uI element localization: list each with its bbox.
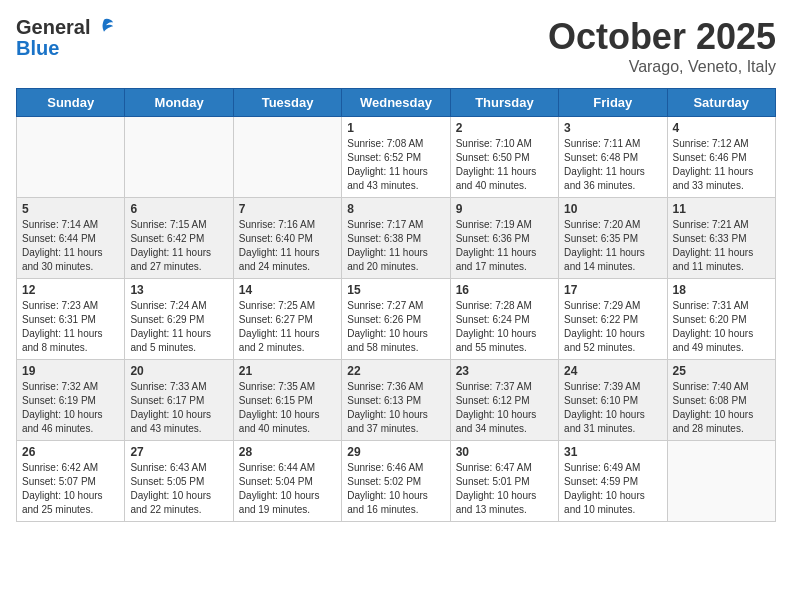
day-info: Sunrise: 7:23 AMSunset: 6:31 PMDaylight:… xyxy=(22,299,119,355)
day-info: Sunrise: 6:46 AMSunset: 5:02 PMDaylight:… xyxy=(347,461,444,517)
calendar-cell: 21Sunrise: 7:35 AMSunset: 6:15 PMDayligh… xyxy=(233,360,341,441)
day-header-wednesday: Wednesday xyxy=(342,89,450,117)
day-number: 6 xyxy=(130,202,227,216)
calendar-cell: 29Sunrise: 6:46 AMSunset: 5:02 PMDayligh… xyxy=(342,441,450,522)
day-info: Sunrise: 6:47 AMSunset: 5:01 PMDaylight:… xyxy=(456,461,553,517)
day-number: 23 xyxy=(456,364,553,378)
day-number: 27 xyxy=(130,445,227,459)
logo-general-text: General xyxy=(16,16,90,39)
calendar-cell: 15Sunrise: 7:27 AMSunset: 6:26 PMDayligh… xyxy=(342,279,450,360)
calendar-cell: 12Sunrise: 7:23 AMSunset: 6:31 PMDayligh… xyxy=(17,279,125,360)
day-number: 26 xyxy=(22,445,119,459)
day-info: Sunrise: 7:19 AMSunset: 6:36 PMDaylight:… xyxy=(456,218,553,274)
day-number: 9 xyxy=(456,202,553,216)
day-info: Sunrise: 7:29 AMSunset: 6:22 PMDaylight:… xyxy=(564,299,661,355)
calendar-cell: 28Sunrise: 6:44 AMSunset: 5:04 PMDayligh… xyxy=(233,441,341,522)
calendar-cell xyxy=(17,117,125,198)
calendar-cell: 14Sunrise: 7:25 AMSunset: 6:27 PMDayligh… xyxy=(233,279,341,360)
calendar-cell: 11Sunrise: 7:21 AMSunset: 6:33 PMDayligh… xyxy=(667,198,775,279)
calendar-cell: 16Sunrise: 7:28 AMSunset: 6:24 PMDayligh… xyxy=(450,279,558,360)
day-info: Sunrise: 7:10 AMSunset: 6:50 PMDaylight:… xyxy=(456,137,553,193)
location-subtitle: Varago, Veneto, Italy xyxy=(548,58,776,76)
calendar-cell xyxy=(125,117,233,198)
day-number: 24 xyxy=(564,364,661,378)
calendar-cell: 20Sunrise: 7:33 AMSunset: 6:17 PMDayligh… xyxy=(125,360,233,441)
day-info: Sunrise: 7:14 AMSunset: 6:44 PMDaylight:… xyxy=(22,218,119,274)
day-number: 15 xyxy=(347,283,444,297)
calendar-cell: 23Sunrise: 7:37 AMSunset: 6:12 PMDayligh… xyxy=(450,360,558,441)
calendar-cell: 31Sunrise: 6:49 AMSunset: 4:59 PMDayligh… xyxy=(559,441,667,522)
calendar-cell xyxy=(233,117,341,198)
calendar-cell: 22Sunrise: 7:36 AMSunset: 6:13 PMDayligh… xyxy=(342,360,450,441)
calendar-cell: 9Sunrise: 7:19 AMSunset: 6:36 PMDaylight… xyxy=(450,198,558,279)
calendar-cell: 25Sunrise: 7:40 AMSunset: 6:08 PMDayligh… xyxy=(667,360,775,441)
day-number: 14 xyxy=(239,283,336,297)
calendar-cell: 13Sunrise: 7:24 AMSunset: 6:29 PMDayligh… xyxy=(125,279,233,360)
calendar-cell: 24Sunrise: 7:39 AMSunset: 6:10 PMDayligh… xyxy=(559,360,667,441)
calendar-cell: 7Sunrise: 7:16 AMSunset: 6:40 PMDaylight… xyxy=(233,198,341,279)
day-info: Sunrise: 6:43 AMSunset: 5:05 PMDaylight:… xyxy=(130,461,227,517)
day-number: 29 xyxy=(347,445,444,459)
day-number: 28 xyxy=(239,445,336,459)
day-header-sunday: Sunday xyxy=(17,89,125,117)
day-info: Sunrise: 7:12 AMSunset: 6:46 PMDaylight:… xyxy=(673,137,770,193)
day-number: 31 xyxy=(564,445,661,459)
calendar-cell: 30Sunrise: 6:47 AMSunset: 5:01 PMDayligh… xyxy=(450,441,558,522)
day-info: Sunrise: 7:21 AMSunset: 6:33 PMDaylight:… xyxy=(673,218,770,274)
title-block: October 2025 Varago, Veneto, Italy xyxy=(548,16,776,76)
day-header-saturday: Saturday xyxy=(667,89,775,117)
day-number: 17 xyxy=(564,283,661,297)
calendar-table: SundayMondayTuesdayWednesdayThursdayFrid… xyxy=(16,88,776,522)
day-info: Sunrise: 7:35 AMSunset: 6:15 PMDaylight:… xyxy=(239,380,336,436)
day-info: Sunrise: 6:49 AMSunset: 4:59 PMDaylight:… xyxy=(564,461,661,517)
day-info: Sunrise: 7:17 AMSunset: 6:38 PMDaylight:… xyxy=(347,218,444,274)
day-number: 5 xyxy=(22,202,119,216)
day-info: Sunrise: 7:15 AMSunset: 6:42 PMDaylight:… xyxy=(130,218,227,274)
day-number: 22 xyxy=(347,364,444,378)
day-number: 30 xyxy=(456,445,553,459)
day-info: Sunrise: 7:16 AMSunset: 6:40 PMDaylight:… xyxy=(239,218,336,274)
day-number: 1 xyxy=(347,121,444,135)
calendar-cell xyxy=(667,441,775,522)
logo-blue-text: Blue xyxy=(16,37,59,60)
day-info: Sunrise: 7:33 AMSunset: 6:17 PMDaylight:… xyxy=(130,380,227,436)
day-number: 8 xyxy=(347,202,444,216)
calendar-cell: 2Sunrise: 7:10 AMSunset: 6:50 PMDaylight… xyxy=(450,117,558,198)
calendar-cell: 3Sunrise: 7:11 AMSunset: 6:48 PMDaylight… xyxy=(559,117,667,198)
day-number: 21 xyxy=(239,364,336,378)
calendar-cell: 6Sunrise: 7:15 AMSunset: 6:42 PMDaylight… xyxy=(125,198,233,279)
day-info: Sunrise: 7:40 AMSunset: 6:08 PMDaylight:… xyxy=(673,380,770,436)
month-title: October 2025 xyxy=(548,16,776,58)
calendar-cell: 27Sunrise: 6:43 AMSunset: 5:05 PMDayligh… xyxy=(125,441,233,522)
day-number: 18 xyxy=(673,283,770,297)
logo: General Blue xyxy=(16,16,115,60)
calendar-cell: 10Sunrise: 7:20 AMSunset: 6:35 PMDayligh… xyxy=(559,198,667,279)
day-header-friday: Friday xyxy=(559,89,667,117)
day-info: Sunrise: 7:36 AMSunset: 6:13 PMDaylight:… xyxy=(347,380,444,436)
calendar-cell: 17Sunrise: 7:29 AMSunset: 6:22 PMDayligh… xyxy=(559,279,667,360)
day-number: 19 xyxy=(22,364,119,378)
day-header-thursday: Thursday xyxy=(450,89,558,117)
day-number: 10 xyxy=(564,202,661,216)
calendar-cell: 4Sunrise: 7:12 AMSunset: 6:46 PMDaylight… xyxy=(667,117,775,198)
day-info: Sunrise: 6:42 AMSunset: 5:07 PMDaylight:… xyxy=(22,461,119,517)
day-info: Sunrise: 6:44 AMSunset: 5:04 PMDaylight:… xyxy=(239,461,336,517)
day-info: Sunrise: 7:28 AMSunset: 6:24 PMDaylight:… xyxy=(456,299,553,355)
day-header-monday: Monday xyxy=(125,89,233,117)
calendar-cell: 18Sunrise: 7:31 AMSunset: 6:20 PMDayligh… xyxy=(667,279,775,360)
logo-bird-icon xyxy=(93,17,115,39)
day-number: 20 xyxy=(130,364,227,378)
day-info: Sunrise: 7:24 AMSunset: 6:29 PMDaylight:… xyxy=(130,299,227,355)
calendar-cell: 5Sunrise: 7:14 AMSunset: 6:44 PMDaylight… xyxy=(17,198,125,279)
page-header: General Blue October 2025 Varago, Veneto… xyxy=(16,16,776,76)
day-info: Sunrise: 7:37 AMSunset: 6:12 PMDaylight:… xyxy=(456,380,553,436)
day-number: 7 xyxy=(239,202,336,216)
calendar-cell: 8Sunrise: 7:17 AMSunset: 6:38 PMDaylight… xyxy=(342,198,450,279)
calendar-cell: 1Sunrise: 7:08 AMSunset: 6:52 PMDaylight… xyxy=(342,117,450,198)
day-info: Sunrise: 7:39 AMSunset: 6:10 PMDaylight:… xyxy=(564,380,661,436)
day-info: Sunrise: 7:32 AMSunset: 6:19 PMDaylight:… xyxy=(22,380,119,436)
day-info: Sunrise: 7:08 AMSunset: 6:52 PMDaylight:… xyxy=(347,137,444,193)
calendar-cell: 19Sunrise: 7:32 AMSunset: 6:19 PMDayligh… xyxy=(17,360,125,441)
day-info: Sunrise: 7:31 AMSunset: 6:20 PMDaylight:… xyxy=(673,299,770,355)
day-number: 25 xyxy=(673,364,770,378)
